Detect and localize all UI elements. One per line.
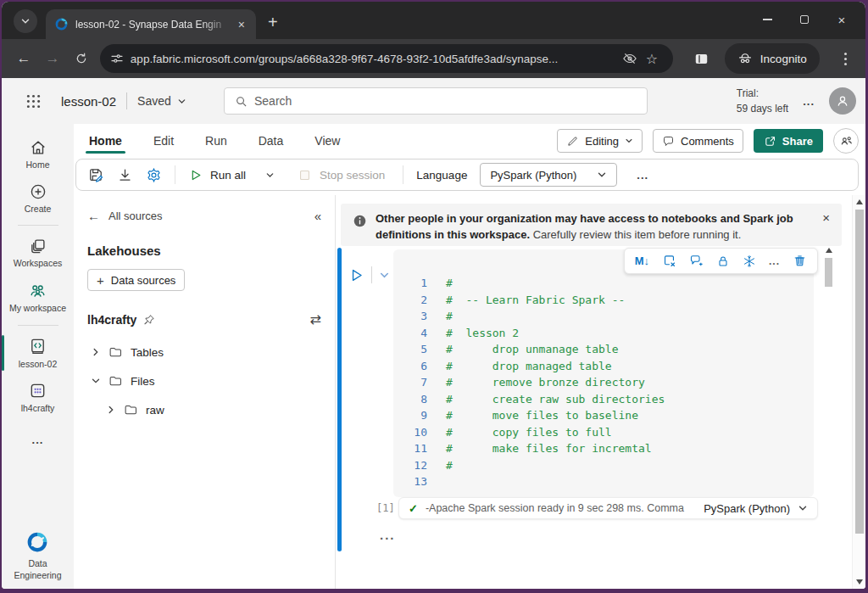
- delete-cell-button[interactable]: [793, 254, 807, 268]
- incognito-label: Incognito: [760, 53, 807, 65]
- scroll-up-icon: [826, 248, 832, 253]
- scroll-track: [853, 208, 865, 576]
- window-maximize-button[interactable]: [786, 8, 823, 31]
- session-settings-button[interactable]: [146, 167, 162, 183]
- back-button[interactable]: ←: [10, 45, 37, 72]
- tab-home[interactable]: Home: [87, 126, 124, 156]
- notebook-title: lesson-02: [61, 94, 116, 109]
- plus-icon: +: [97, 273, 104, 288]
- lock-cell-button[interactable]: [716, 255, 730, 268]
- convert-to-markdown-button[interactable]: M↓: [635, 255, 649, 267]
- fabric-favicon-icon: [54, 17, 69, 31]
- gear-icon: [146, 167, 162, 183]
- code-line: 6# drop managed table: [393, 358, 814, 375]
- fabric-logo-icon: [25, 530, 49, 554]
- split-screen-button[interactable]: [693, 51, 709, 67]
- tab-view[interactable]: View: [313, 126, 342, 156]
- comments-button[interactable]: Comments: [653, 129, 743, 153]
- tab-edit[interactable]: Edit: [152, 126, 175, 156]
- code-editor[interactable]: 1# 2# -- Learn Fabric Spark -- 3# 4# les…: [393, 249, 814, 497]
- header-more-button[interactable]: ...: [803, 95, 815, 108]
- code-line: 10# copy files to full: [393, 424, 814, 441]
- run-cell-button[interactable]: [348, 267, 364, 283]
- address-bar[interactable]: app.fabric.microsoft.com/groups/a668a328…: [100, 44, 673, 73]
- eye-off-icon[interactable]: [619, 51, 641, 66]
- browser-menu-button[interactable]: [835, 53, 857, 65]
- left-nav-rail: Home Create Workspaces My workspace: [2, 124, 74, 589]
- save-button[interactable]: [87, 166, 104, 183]
- sidebar-item-workspaces[interactable]: Workspaces: [2, 231, 74, 275]
- experience-switcher[interactable]: Data Engineering: [14, 530, 61, 589]
- tree-item-files[interactable]: Files: [87, 366, 325, 395]
- lakehouse-name[interactable]: lh4crafty: [87, 313, 136, 327]
- sidebar-item-lesson-02[interactable]: lesson-02: [2, 331, 74, 376]
- search-input[interactable]: [254, 94, 647, 108]
- scroll-down-icon: [856, 579, 863, 585]
- new-tab-button[interactable]: +: [268, 14, 278, 31]
- collaborators-button[interactable]: [833, 128, 859, 154]
- cell-more-button[interactable]: ...: [769, 255, 780, 267]
- chevron-down-icon: [20, 16, 31, 26]
- language-dropdown[interactable]: PySpark (Python): [480, 163, 617, 187]
- editing-mode-button[interactable]: Editing: [557, 129, 643, 153]
- forward-button[interactable]: →: [39, 45, 66, 72]
- site-settings-icon: [110, 52, 124, 65]
- add-cell-button[interactable]: ...: [380, 528, 396, 542]
- browser-tab[interactable]: lesson-02 - Synapse Data Engin ×: [46, 9, 256, 39]
- freeze-cell-button[interactable]: [743, 255, 756, 268]
- cell-language[interactable]: PySpark (Python): [704, 502, 790, 515]
- add-data-sources-button[interactable]: + Data sources: [87, 269, 185, 291]
- sidebar-item-my-workspace[interactable]: My workspace: [2, 275, 74, 320]
- code-line: 9# move files to baseline: [393, 407, 814, 424]
- banner-close-icon[interactable]: ×: [822, 210, 830, 225]
- play-icon: [188, 168, 203, 182]
- chevron-down-icon[interactable]: [379, 270, 390, 281]
- toolbar-more-button[interactable]: ...: [637, 169, 648, 182]
- code-line: 4# lesson 2: [393, 325, 814, 342]
- collapse-pane-button[interactable]: «: [314, 209, 325, 223]
- desktop-frame: lesson-02 - Synapse Data Engin × + × ← →…: [0, 0, 868, 593]
- tab-title: lesson-02 - Synapse Data Engin: [75, 19, 232, 31]
- incognito-badge[interactable]: Incognito: [725, 43, 820, 74]
- tab-run[interactable]: Run: [203, 126, 229, 156]
- tab-close-icon[interactable]: ×: [234, 18, 249, 31]
- avatar[interactable]: [829, 87, 856, 115]
- page-scrollbar[interactable]: [852, 195, 865, 589]
- all-sources-link[interactable]: All sources: [108, 210, 163, 222]
- sidebar-item-lh4crafty[interactable]: lh4crafty: [2, 375, 74, 420]
- sidebar-item-create[interactable]: Create: [2, 176, 74, 221]
- scroll-thumb: [855, 210, 864, 534]
- back-arrow-icon[interactable]: ←: [87, 209, 100, 223]
- rail-more-button[interactable]: ...: [32, 420, 44, 460]
- run-all-button[interactable]: Run all: [188, 168, 275, 182]
- switch-lakehouse-icon[interactable]: ⇄: [310, 311, 325, 327]
- cell-scrollbar[interactable]: [824, 248, 833, 287]
- tree-item-raw[interactable]: raw: [87, 395, 325, 424]
- success-check-icon: ✓: [409, 502, 418, 515]
- search-box[interactable]: [224, 87, 648, 115]
- trial-status[interactable]: Trial: 59 days left: [737, 86, 788, 116]
- window-close-button[interactable]: ×: [823, 8, 860, 31]
- tab-data[interactable]: Data: [257, 126, 286, 156]
- sidebar-item-home[interactable]: Home: [2, 132, 74, 176]
- window-controls: ×: [748, 8, 860, 31]
- add-comment-button[interactable]: [689, 254, 704, 268]
- chevron-down-icon: [177, 97, 186, 106]
- bookmark-star-icon[interactable]: ☆: [641, 51, 663, 67]
- download-icon: [117, 167, 133, 183]
- person-icon: [835, 93, 850, 109]
- share-button[interactable]: Share: [754, 129, 823, 153]
- export-button[interactable]: [117, 167, 133, 183]
- url-text: app.fabric.microsoft.com/groups/a668a328…: [131, 53, 619, 65]
- pin-icon[interactable]: [143, 314, 155, 326]
- clear-output-button[interactable]: [662, 254, 676, 268]
- info-icon: [353, 214, 367, 228]
- tree-item-tables[interactable]: Tables: [87, 338, 325, 366]
- window-minimize-button[interactable]: [748, 8, 786, 31]
- save-status[interactable]: Saved: [137, 94, 186, 108]
- app-launcher-button[interactable]: [2, 92, 42, 110]
- explorer-panel: ← All sources « Lakehouses + Data source…: [74, 195, 336, 589]
- lakehouse-icon: [28, 381, 47, 400]
- reload-button[interactable]: [68, 45, 95, 72]
- tab-search-button[interactable]: [14, 9, 37, 33]
